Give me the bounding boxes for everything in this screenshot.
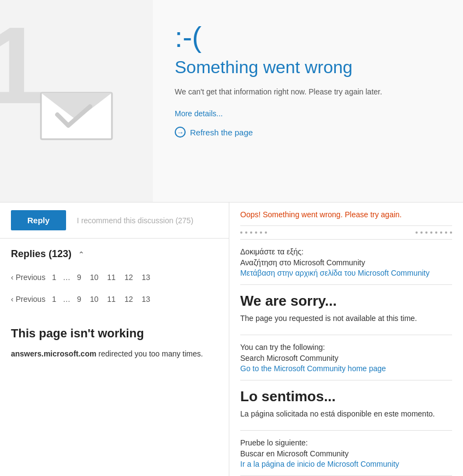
chevron-left-icon-2: ‹	[11, 295, 14, 304]
prev-label-2: Previous	[16, 295, 45, 304]
page-13-1[interactable]: 13	[139, 272, 152, 283]
page-9-2[interactable]: 9	[75, 294, 84, 305]
pagination-row-1: ‹ Previous 1 … 9 10 11 12 13	[0, 266, 229, 288]
you-can-try-section: You can try the following: Search Micros…	[240, 335, 452, 380]
not-working-section: This page isn't working answers.microsof…	[0, 310, 229, 364]
page-10-2[interactable]: 10	[88, 294, 101, 305]
bottom-section: Reply I recommend this discussion (275) …	[0, 203, 463, 476]
dot	[250, 231, 252, 234]
left-column: Reply I recommend this discussion (275) …	[0, 203, 229, 476]
recommend-text: I recommend this discussion (275)	[77, 216, 193, 225]
reply-bar: Reply I recommend this discussion (275)	[0, 203, 229, 239]
page-12-2[interactable]: 12	[122, 294, 135, 305]
chevron-left-icon-1: ‹	[11, 273, 14, 282]
replies-title: Replies (123)	[11, 248, 72, 260]
ellipsis-2: …	[63, 295, 70, 304]
dot	[440, 231, 442, 234]
page-10-1[interactable]: 10	[88, 272, 101, 283]
error-content: :-( Something went wrong We can't get th…	[153, 0, 463, 202]
not-working-title: This page isn't working	[11, 326, 218, 341]
dot	[450, 231, 452, 234]
ellipsis-1: …	[63, 273, 70, 282]
pagination-prev-1[interactable]: ‹ Previous	[11, 273, 45, 282]
oops-error: Oops! Something went wrong. Please try a…	[240, 203, 452, 226]
you-can-try-link[interactable]: Go to the Microsoft Community home page	[240, 364, 386, 373]
greek-try-label: Δοκιμάστε τα εξής:	[240, 247, 452, 256]
page-11-2[interactable]: 11	[105, 294, 118, 305]
dot	[260, 231, 262, 234]
dots-group-right	[415, 231, 452, 234]
page-9-1[interactable]: 9	[75, 272, 84, 283]
dots-group-left	[240, 231, 267, 234]
dot	[435, 231, 437, 234]
dot	[420, 231, 423, 234]
dot	[245, 231, 247, 234]
more-details-link[interactable]: More details...	[175, 109, 441, 118]
dots-decoration	[240, 226, 452, 240]
page-11-1[interactable]: 11	[105, 272, 118, 283]
page-13-2[interactable]: 13	[139, 294, 152, 305]
greek-search-text: Αναζήτηση στο Microsoft Community	[240, 258, 452, 267]
right-column: Oops! Something went wrong. Please try a…	[229, 203, 463, 476]
we-are-sorry-desc: The page you requested is not available …	[240, 314, 452, 323]
dot	[430, 231, 432, 234]
dot	[415, 231, 418, 234]
we-are-sorry-title: We are sorry...	[240, 293, 452, 310]
top-error-panel: 1 :-( Something went wrong We can't get …	[0, 0, 463, 203]
error-description: We can't get that information right now.…	[175, 87, 441, 96]
error-title: Something went wrong	[175, 57, 441, 78]
not-working-desc: answers.microsoft.com redirected you too…	[11, 349, 218, 358]
pagination-row-2: ‹ Previous 1 … 9 10 11 12 13	[0, 288, 229, 310]
refresh-circle-icon: →	[175, 127, 186, 138]
not-working-domain: answers.microsoft.com	[11, 349, 96, 358]
dot	[265, 231, 267, 234]
replies-header: Replies (123) ⌃	[0, 239, 229, 266]
collapse-icon[interactable]: ⌃	[78, 250, 85, 259]
greek-try-section: Δοκιμάστε τα εξής: Αναζήτηση στο Microso…	[240, 240, 452, 285]
prev-label-1: Previous	[16, 273, 45, 282]
reply-button[interactable]: Reply	[11, 210, 66, 230]
dot	[255, 231, 257, 234]
we-are-sorry-section: We are sorry... The page you requested i…	[240, 285, 452, 335]
refresh-link[interactable]: → Refresh the page	[175, 127, 441, 138]
dot	[240, 231, 242, 234]
pruebe-label: Pruebe lo siguiente:	[240, 438, 452, 447]
not-working-rest: redirected you too many times.	[96, 349, 203, 358]
you-can-try-search: Search Microsoft Community	[240, 354, 452, 362]
left-graphic: 1	[0, 0, 153, 202]
you-can-try-label: You can try the following:	[240, 343, 452, 352]
lo-sentimos-title: Lo sentimos...	[240, 388, 452, 405]
pruebe-link[interactable]: Ir a la página de inicio de Microsoft Co…	[240, 460, 399, 468]
refresh-label: Refresh the page	[190, 128, 253, 137]
page-1-2[interactable]: 1	[50, 294, 58, 305]
page-12-1[interactable]: 12	[122, 272, 135, 283]
dot	[425, 231, 428, 234]
error-emoticon: :-(	[175, 22, 441, 53]
pagination-prev-2[interactable]: ‹ Previous	[11, 295, 45, 304]
pruebe-section: Pruebe lo siguiente: Buscar en Microsoft…	[240, 431, 452, 476]
dot	[445, 231, 447, 234]
page-1-1[interactable]: 1	[50, 272, 58, 283]
greek-home-link[interactable]: Μετάβαση στην αρχική σελίδα του Microsof…	[240, 269, 430, 277]
lo-sentimos-desc: La página solicitada no está disponible …	[240, 409, 452, 418]
pruebe-search: Buscar en Microsoft Community	[240, 449, 452, 458]
lo-sentimos-section: Lo sentimos... La página solicitada no e…	[240, 380, 452, 431]
envelope-graphic	[38, 76, 115, 142]
